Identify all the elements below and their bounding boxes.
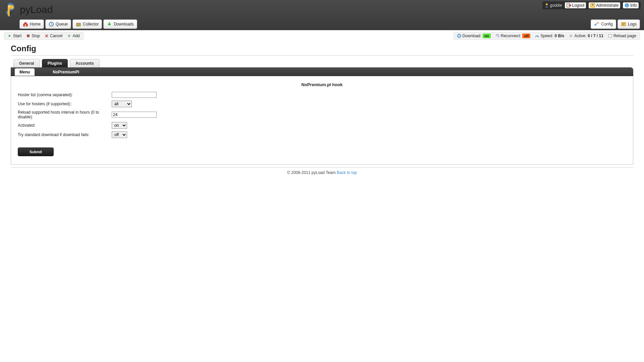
- select-activated[interactable]: on: [112, 122, 127, 129]
- nav-downloads[interactable]: Downloads: [103, 19, 137, 29]
- nav-home[interactable]: Home: [19, 19, 44, 29]
- bottom-divider: [11, 167, 633, 168]
- tools-icon: [594, 21, 599, 27]
- svg-point-0: [8, 6, 10, 7]
- label-hoster-list: Hoster list (comma separated):: [18, 93, 112, 97]
- nav-collector[interactable]: + Collector: [72, 19, 102, 29]
- label-use-for-hosters: Use for hosters (if supported)::: [18, 102, 112, 106]
- cancel-button[interactable]: Cancel: [45, 34, 62, 38]
- label-try-standard: Try standard download if download fails:: [18, 132, 112, 137]
- info-link[interactable]: i Info: [623, 2, 639, 8]
- toolbar: Start Stop Cancel Add Download: on Recon…: [0, 32, 644, 40]
- svg-point-2: [546, 3, 548, 5]
- tab-plugins[interactable]: Plugins: [42, 59, 68, 67]
- download-arrow-icon: [107, 21, 112, 27]
- cancel-icon: [45, 34, 49, 38]
- svg-rect-14: [27, 35, 30, 37]
- brand-name: pyLoad: [20, 4, 53, 15]
- label-activated: Activated:: [18, 123, 112, 128]
- svg-rect-8: [25, 24, 26, 26]
- pyload-logo-icon: [2, 2, 18, 18]
- subtab-plugin[interactable]: NoPremiumPl: [48, 68, 84, 76]
- svg-text:i: i: [627, 4, 628, 7]
- brand-logo[interactable]: pyLoad: [2, 2, 53, 18]
- reconnect-state-pill: off: [522, 34, 530, 38]
- logout-icon: [567, 3, 571, 8]
- stop-button[interactable]: Stop: [26, 34, 40, 38]
- clock-icon: [49, 21, 54, 27]
- download-icon: [457, 34, 461, 38]
- gear-icon: [569, 34, 573, 38]
- row-hoster-list: Hoster list (comma separated):: [18, 92, 626, 98]
- form-title: NoPremium.pl hook: [18, 82, 626, 87]
- active-status: Active: 0 / 7 / 11: [569, 34, 603, 38]
- divider: [11, 55, 633, 56]
- speed-icon: [535, 34, 539, 38]
- admin-icon: [590, 3, 595, 8]
- user-name[interactable]: goddie: [544, 3, 562, 8]
- download-state-pill: on: [483, 34, 490, 38]
- row-try-standard: Try standard download if download fails:…: [18, 131, 626, 138]
- package-icon: +: [76, 21, 81, 27]
- row-reload-interval: Reload supported hosts interval in hours…: [18, 110, 626, 119]
- reconnect-status[interactable]: Reconnect: off: [495, 34, 531, 38]
- download-status[interactable]: Download: on: [457, 34, 491, 38]
- back-to-top-link[interactable]: Back to top: [337, 170, 357, 175]
- home-icon: [23, 21, 28, 27]
- stop-icon: [26, 34, 30, 38]
- logout-link[interactable]: Logout: [565, 2, 586, 8]
- add-button[interactable]: Add: [67, 34, 79, 38]
- user-bar: goddie Logout Administrate i Info: [542, 1, 641, 9]
- svg-point-1: [10, 12, 11, 14]
- config-tabs: General Plugins Accounts: [13, 59, 631, 67]
- tab-accounts[interactable]: Accounts: [70, 59, 100, 67]
- svg-rect-18: [608, 35, 612, 37]
- info-icon: i: [625, 3, 629, 8]
- nav-logs[interactable]: Logs: [618, 19, 640, 29]
- nav-queue[interactable]: Queue: [45, 19, 71, 29]
- submit-button[interactable]: Submit: [18, 147, 54, 156]
- reconnect-icon: [495, 34, 499, 38]
- page-title: Config: [11, 44, 633, 53]
- main-nav: Home Queue + Collector Downloads: [19, 19, 137, 29]
- administrate-link[interactable]: Administrate: [589, 2, 620, 8]
- footer: © 2008-2011 pyLoad Team Back to top: [0, 170, 644, 175]
- select-try-standard[interactable]: off: [112, 131, 127, 138]
- subtab-menu[interactable]: Menu: [15, 68, 35, 76]
- logs-icon: [621, 21, 626, 27]
- label-reload-interval: Reload supported hosts interval in hours…: [18, 110, 112, 119]
- input-hoster-list[interactable]: [112, 92, 157, 98]
- status-bar: Download: on Reconnect: off Speed: 0 B/s…: [453, 32, 640, 40]
- input-reload-interval[interactable]: [112, 112, 157, 118]
- svg-text:+: +: [79, 25, 80, 27]
- speed-status: Speed: 0 B/s: [535, 34, 564, 38]
- nav-config[interactable]: Config: [591, 19, 616, 29]
- plugin-subtabs: Menu NoPremiumPl: [11, 67, 633, 76]
- toolbar-actions: Start Stop Cancel Add: [4, 32, 84, 40]
- reload-page-button[interactable]: Reload page: [608, 34, 636, 38]
- header-bar: pyLoad goddie Logout Administrate i Info: [0, 0, 644, 30]
- select-use-for-hosters[interactable]: all: [112, 101, 132, 107]
- config-panel: NoPremium.pl hook Hoster list (comma sep…: [11, 76, 633, 165]
- svg-point-5: [592, 4, 593, 5]
- svg-point-17: [571, 36, 572, 37]
- play-icon: [8, 34, 12, 38]
- user-icon: [544, 3, 549, 8]
- footer-copyright: © 2008-2011 pyLoad Team: [287, 170, 337, 175]
- main-nav-right: Config Logs: [591, 19, 640, 29]
- row-activated: Activated: on: [18, 122, 626, 129]
- reload-icon: [608, 34, 612, 38]
- add-icon: [67, 34, 71, 38]
- tab-general[interactable]: General: [13, 59, 40, 67]
- row-use-for-hosters: Use for hosters (if supported):: all: [18, 101, 626, 107]
- start-button[interactable]: Start: [8, 34, 21, 38]
